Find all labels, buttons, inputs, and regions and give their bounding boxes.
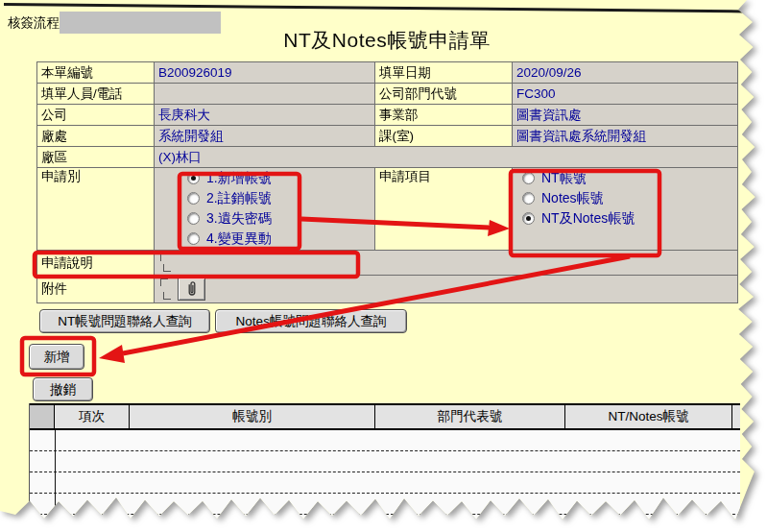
description-label: 申請說明 [37,251,155,276]
radio-change-modify-label: 4.變更異動 [206,230,272,248]
table-row: 申請說明 [37,251,738,276]
apply-type-options-cell: 1.新增帳號 2.註銷帳號 3.遺失密碼 4.變更異動 [155,168,375,251]
application-form-table: 本單編號 B200926019 填單日期 2020/09/26 填單人員/電話 … [36,61,738,303]
account-items-grid: 項次 帳號別 部門代表號 NT/Notes帳號 [29,403,740,519]
grid-body [30,430,740,519]
table-row: 廠處 系統開發組 課(室) 圖書資訊處系統開發組 [37,126,738,147]
radio-change-modify[interactable] [187,232,200,245]
radio-nt-and-notes-account[interactable] [522,212,535,225]
radio-new-account-label: 1.新增帳號 [206,170,272,187]
table-row: 廠區 (X)林口 [37,147,738,168]
table-row: 申請別 1.新增帳號 2.註銷帳號 3.遺失密碼 4.變更異動 [37,168,738,251]
division-label: 事業部 [375,105,513,126]
apply-type-label: 申請別 [37,168,155,251]
radio-cancel-account-label: 2.註銷帳號 [206,190,272,207]
radio-cancel-account[interactable] [187,192,200,205]
apply-item-options-cell: NT帳號 Notes帳號 NT及Notes帳號 [513,168,738,251]
grid-header-spacer [30,405,55,428]
fill-date-value: 2020/09/26 [513,62,738,84]
attach-file-button[interactable] [178,278,205,301]
grid-empty-row[interactable] [30,494,740,515]
doc-no-label: 本單編號 [37,62,155,84]
grid-header-dept-rep-no: 部門代表號 [375,405,565,428]
paperclip-icon [185,281,199,297]
radio-nt-account-label: NT帳號 [541,170,587,187]
apply-item-label: 申請項目 [375,168,513,251]
section-value: 圖書資訊處系統開發組 [513,126,738,147]
grid-header-account-type: 帳號別 [130,405,375,428]
radio-nt-account[interactable] [522,172,535,184]
section-label: 課(室) [375,126,513,147]
radio-lost-password-label: 3.遺失密碼 [206,210,272,228]
company-value: 長庚科大 [155,105,375,126]
attachment-cell [155,276,738,303]
plant-value: 系統開發組 [155,126,375,147]
table-row: 本單編號 B200926019 填單日期 2020/09/26 [37,62,738,84]
description-cell [155,251,738,276]
grid-empty-row[interactable] [30,451,740,472]
division-value: 圖書資訊處 [513,105,738,126]
radio-notes-account-label: Notes帳號 [541,190,604,207]
radio-new-account[interactable] [187,172,200,184]
textarea-corner-mark [163,292,171,300]
description-textarea[interactable] [158,251,733,275]
textarea-corner-mark [163,264,171,272]
grid-header-nt-notes-account: NT/Notes帳號 [565,405,732,428]
grid-header-stub [732,405,740,428]
grid-header-row: 項次 帳號別 部門代表號 NT/Notes帳號 [30,403,740,430]
revoke-button[interactable]: 撤銷 [33,377,93,401]
site-label: 廠區 [37,147,155,168]
company-label: 公司 [37,105,155,126]
attachment-label: 附件 [37,276,155,303]
dept-code-value: FC300 [513,84,738,105]
grid-empty-row[interactable] [30,430,740,451]
plant-label: 廠處 [37,126,155,147]
nt-contact-lookup-button[interactable]: NT帳號問題聯絡人查詢 [39,309,210,333]
table-row: 填單人員/電話 公司部門代號 FC300 [37,84,738,105]
dept-code-label: 公司部門代號 [375,84,513,105]
filler-label: 填單人員/電話 [37,84,155,105]
textarea-corner-mark [160,254,168,261]
grid-header-item-no: 項次 [55,405,130,428]
add-button[interactable]: 新增 [29,344,84,370]
radio-nt-and-notes-account-label: NT及Notes帳號 [541,210,635,228]
fill-date-label: 填單日期 [375,62,513,84]
notes-contact-lookup-button[interactable]: Notes帳號問題聯絡人查詢 [215,309,407,333]
grid-left-divider [55,430,56,519]
radio-notes-account[interactable] [522,192,535,205]
torn-page-shadow: 核簽流程: NT及Notes帳號申請單 本單編號 B200926019 填單日期… [0,0,767,532]
grid-empty-row[interactable] [30,472,740,494]
table-row: 公司 長庚科大 事業部 圖書資訊處 [37,105,738,126]
page-title: NT及Notes帳號申請單 [36,27,737,54]
filler-value [155,84,375,105]
radio-lost-password[interactable] [187,212,200,225]
table-row: 附件 [37,276,738,303]
site-value: (X)林口 [155,147,738,168]
textarea-corner-mark [160,278,168,286]
application-form-page: 核簽流程: NT及Notes帳號申請單 本單編號 B200926019 填單日期… [0,0,760,526]
doc-no-value: B200926019 [155,62,375,84]
